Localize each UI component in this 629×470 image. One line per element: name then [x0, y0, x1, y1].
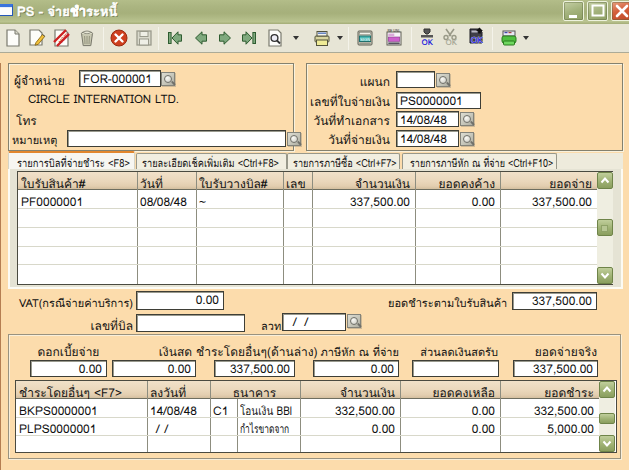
svg-text:OK: OK [471, 33, 484, 46]
svg-text:SIGN: SIGN [360, 37, 370, 42]
svg-text:RE UNL: RE UNL [388, 29, 401, 33]
svg-text:OK: OK [446, 36, 458, 46]
svg-text:OK: OK [422, 36, 434, 46]
